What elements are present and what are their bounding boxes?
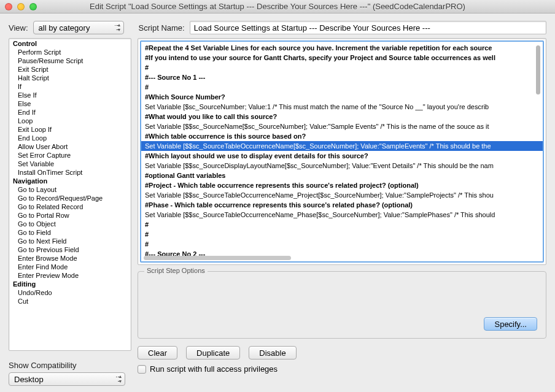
compat-area: Show Compatibility Desktop ▴▾ [9, 361, 131, 386]
script-editor-wrap: #Repeat the 4 Set Variable Lines for eac… [138, 38, 546, 265]
specify-button-label: Specify... [494, 320, 527, 329]
script-line[interactable]: #If you intend to use your source for Ga… [141, 53, 543, 63]
script-line[interactable]: #Phase - Which table occurrence represen… [141, 200, 543, 210]
list-item[interactable]: If [9, 82, 131, 91]
script-line[interactable]: Set Variable [$$sc_SourceName[$sc_Source… [141, 121, 543, 131]
list-item[interactable]: Halt Script [9, 74, 131, 82]
list-item[interactable]: Cut [9, 297, 131, 306]
main-area: ControlPerform ScriptPause/Resume Script… [9, 38, 546, 386]
script-line[interactable]: Set Variable [$$sc_SourceTableOccurrence… [141, 190, 543, 200]
button-row: Clear Duplicate Disable [138, 346, 546, 359]
full-access-row: Run script with full access privileges [138, 364, 546, 374]
list-item[interactable]: Allow User Abort [9, 142, 131, 151]
compat-select-value: Desktop [14, 375, 44, 384]
list-item[interactable]: Go to Next Field [9, 237, 131, 245]
list-item[interactable]: Else If [9, 91, 131, 99]
list-item[interactable]: Install OnTimer Script [9, 168, 131, 177]
list-item[interactable]: Undo/Redo [9, 288, 131, 297]
script-line[interactable]: Set Variable [$sc_SourceNumber; Value:1 … [141, 102, 543, 112]
script-line[interactable]: # [141, 239, 543, 249]
script-line[interactable]: Set Variable [$$sc_SourceDisplayLayoutNa… [141, 161, 543, 171]
script-name-input[interactable] [190, 21, 546, 34]
list-category: Editing [9, 280, 131, 288]
script-line[interactable]: #Which layout should we use to display e… [141, 151, 543, 161]
list-item[interactable]: Else [9, 99, 131, 108]
script-line[interactable]: # [141, 229, 543, 239]
full-access-checkbox[interactable] [138, 365, 146, 374]
duplicate-button[interactable]: Duplicate [186, 346, 240, 359]
content: View: all by category ▴▾ Script Name: Co… [0, 13, 555, 392]
view-select-value: all by category [39, 23, 90, 33]
script-line[interactable]: # [141, 82, 543, 92]
list-item[interactable]: Set Error Capture [9, 151, 131, 159]
left-column: ControlPerform ScriptPause/Resume Script… [9, 38, 131, 386]
zoom-icon[interactable] [29, 3, 37, 10]
script-line[interactable]: Set Variable [$$sc_SourceTableOccurrence… [141, 141, 543, 151]
list-item[interactable]: End If [9, 108, 131, 117]
script-line[interactable]: #optional Gantt variables [141, 171, 543, 180]
updown-icon: ▴▾ [119, 374, 122, 384]
specify-button[interactable]: Specify... [484, 317, 537, 331]
view-label: View: [9, 23, 28, 33]
options-title: Script Step Options [144, 267, 208, 274]
script-line[interactable]: # [141, 220, 543, 229]
list-item[interactable]: Pause/Resume Script [9, 56, 131, 65]
list-item[interactable]: Exit Script [9, 65, 131, 74]
list-item[interactable]: Go to Layout [9, 185, 131, 194]
script-steps-list[interactable]: ControlPerform ScriptPause/Resume Script… [9, 38, 131, 351]
script-line[interactable]: Set Variable [$$sc_SourceTableOccurrence… [141, 210, 543, 220]
script-name-label: Script Name: [139, 23, 185, 33]
window-title: Edit Script "Load Source Settings at Sta… [5, 2, 550, 11]
script-line[interactable]: #What would you like to call this source… [141, 112, 543, 121]
script-line[interactable]: #Repeat the 4 Set Variable Lines for eac… [141, 43, 543, 53]
script-line[interactable]: #--- Source No 1 --- [141, 72, 543, 82]
list-item[interactable]: End Loop [9, 134, 131, 142]
compat-select[interactable]: Desktop ▴▾ [9, 372, 125, 386]
list-item[interactable]: Go to Field [9, 228, 131, 237]
list-item[interactable]: Exit Loop If [9, 125, 131, 134]
list-item[interactable]: Enter Find Mode [9, 263, 131, 271]
full-access-label: Run script with full access privileges [150, 364, 278, 374]
list-item[interactable]: Enter Browse Mode [9, 254, 131, 263]
script-line[interactable]: # [141, 63, 543, 72]
clear-button[interactable]: Clear [138, 346, 177, 359]
top-row: View: all by category ▴▾ Script Name: [9, 21, 546, 34]
list-item[interactable]: Go to Portal Row [9, 211, 131, 220]
list-item[interactable]: Set Variable [9, 159, 131, 168]
list-item[interactable]: Enter Preview Mode [9, 271, 131, 280]
list-item[interactable]: Go to Record/Request/Page [9, 194, 131, 202]
disable-button[interactable]: Disable [249, 346, 296, 359]
minimize-icon[interactable] [17, 3, 25, 10]
list-item[interactable]: Loop [9, 117, 131, 125]
list-item[interactable]: Perform Script [9, 48, 131, 56]
titlebar: Edit Script "Load Source Settings at Sta… [0, 0, 555, 13]
script-line[interactable]: #Which table occurrence is this source b… [141, 131, 543, 141]
right-column: #Repeat the 4 Set Variable Lines for eac… [138, 38, 546, 386]
scrollbar-horizontal[interactable] [144, 256, 291, 260]
script-line[interactable]: #Project - Which table occurrence repres… [141, 180, 543, 190]
compat-label: Show Compatibility [9, 361, 131, 370]
close-icon[interactable] [5, 3, 12, 10]
list-item[interactable]: Go to Object [9, 220, 131, 228]
scrollbar-vertical[interactable] [536, 45, 540, 94]
script-editor[interactable]: #Repeat the 4 Set Variable Lines for eac… [140, 40, 544, 263]
updown-icon: ▴▾ [118, 23, 120, 33]
script-step-options: Script Step Options Specify... [138, 271, 546, 339]
list-category: Navigation [9, 177, 131, 185]
list-item[interactable]: Go to Related Record [9, 202, 131, 211]
window-controls [5, 3, 37, 10]
list-item[interactable]: Go to Previous Field [9, 245, 131, 254]
script-line[interactable]: #Which Source Number? [141, 92, 543, 102]
list-category: Control [9, 39, 131, 48]
view-select[interactable]: all by category ▴▾ [33, 21, 124, 34]
